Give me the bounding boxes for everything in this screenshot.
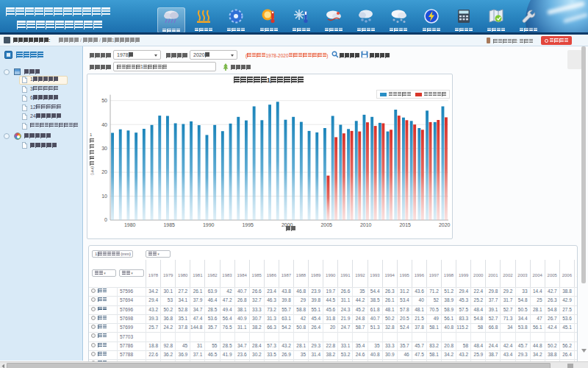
svg-text:2010: 2010: [360, 222, 372, 227]
svg-text:40: 40: [101, 122, 107, 127]
svg-text:1995: 1995: [242, 222, 254, 227]
svg-text:20: 20: [101, 169, 107, 174]
svg-text:30: 30: [101, 146, 107, 151]
svg-text:2005: 2005: [320, 222, 332, 227]
svg-text:1980: 1980: [124, 222, 136, 227]
svg-text:10: 10: [101, 194, 107, 199]
svg-text:1990: 1990: [203, 222, 215, 227]
svg-text:50: 50: [101, 98, 107, 103]
svg-text:1985: 1985: [163, 222, 175, 227]
svg-text:0: 0: [104, 217, 107, 222]
svg-text:2015: 2015: [399, 222, 411, 227]
svg-text:2020: 2020: [439, 222, 451, 227]
